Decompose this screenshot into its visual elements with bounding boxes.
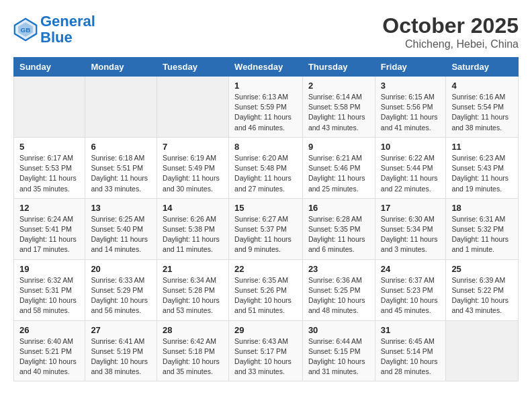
calendar-cell: 21Sunrise: 6:34 AMSunset: 5:28 PMDayligh… [157, 259, 229, 320]
day-info: Sunrise: 6:42 AMSunset: 5:18 PMDaylight:… [163, 336, 223, 377]
day-info: Sunrise: 6:41 AMSunset: 5:19 PMDaylight:… [91, 336, 151, 377]
day-info: Sunrise: 6:18 AMSunset: 5:51 PMDaylight:… [91, 153, 151, 194]
weekday-header-row: SundayMondayTuesdayWednesdayThursdayFrid… [14, 58, 519, 77]
calendar-cell: 6Sunrise: 6:18 AMSunset: 5:51 PMDaylight… [85, 137, 157, 198]
calendar-cell: 22Sunrise: 6:35 AMSunset: 5:26 PMDayligh… [229, 259, 303, 320]
day-number: 9 [308, 142, 369, 152]
day-info: Sunrise: 6:21 AMSunset: 5:46 PMDaylight:… [308, 153, 369, 194]
calendar-cell: 16Sunrise: 6:28 AMSunset: 5:35 PMDayligh… [302, 198, 375, 259]
calendar-title: October 2025 [382, 13, 519, 38]
day-number: 7 [163, 142, 223, 152]
day-info: Sunrise: 6:32 AMSunset: 5:31 PMDaylight:… [19, 275, 79, 316]
day-number: 23 [308, 264, 369, 274]
day-info: Sunrise: 6:30 AMSunset: 5:34 PMDaylight:… [381, 214, 441, 255]
weekday-header-saturday: Saturday [446, 58, 519, 77]
calendar-cell: 2Sunrise: 6:14 AMSunset: 5:58 PMDaylight… [302, 77, 375, 138]
day-info: Sunrise: 6:45 AMSunset: 5:14 PMDaylight:… [381, 336, 441, 377]
day-number: 3 [381, 81, 441, 91]
day-number: 25 [451, 264, 513, 274]
day-info: Sunrise: 6:36 AMSunset: 5:25 PMDaylight:… [308, 275, 369, 316]
day-number: 24 [381, 264, 441, 274]
day-info: Sunrise: 6:34 AMSunset: 5:28 PMDaylight:… [163, 275, 223, 316]
day-number: 29 [234, 325, 297, 335]
calendar-cell: 30Sunrise: 6:44 AMSunset: 5:15 PMDayligh… [302, 320, 375, 381]
day-info: Sunrise: 6:24 AMSunset: 5:41 PMDaylight:… [19, 214, 79, 255]
day-number: 6 [91, 142, 151, 152]
calendar-cell: 13Sunrise: 6:25 AMSunset: 5:40 PMDayligh… [85, 198, 157, 259]
calendar-cell: 11Sunrise: 6:23 AMSunset: 5:43 PMDayligh… [446, 137, 519, 198]
calendar-week-row: 26Sunrise: 6:40 AMSunset: 5:21 PMDayligh… [14, 320, 519, 381]
calendar-cell [14, 77, 85, 138]
day-info: Sunrise: 6:28 AMSunset: 5:35 PMDaylight:… [308, 214, 369, 255]
day-number: 18 [451, 203, 513, 213]
calendar-cell [446, 320, 519, 381]
calendar-cell [157, 77, 229, 138]
calendar-cell: 14Sunrise: 6:26 AMSunset: 5:38 PMDayligh… [157, 198, 229, 259]
calendar-cell: 28Sunrise: 6:42 AMSunset: 5:18 PMDayligh… [157, 320, 229, 381]
day-info: Sunrise: 6:14 AMSunset: 5:58 PMDaylight:… [308, 92, 369, 133]
calendar-cell: 25Sunrise: 6:39 AMSunset: 5:22 PMDayligh… [446, 259, 519, 320]
day-info: Sunrise: 6:17 AMSunset: 5:53 PMDaylight:… [19, 153, 79, 194]
calendar-cell: 15Sunrise: 6:27 AMSunset: 5:37 PMDayligh… [229, 198, 303, 259]
weekday-header-wednesday: Wednesday [229, 58, 303, 77]
day-number: 28 [163, 325, 223, 335]
day-number: 1 [234, 81, 297, 91]
day-number: 20 [91, 264, 151, 274]
day-number: 31 [381, 325, 441, 335]
day-info: Sunrise: 6:43 AMSunset: 5:17 PMDaylight:… [234, 336, 297, 377]
calendar-cell: 4Sunrise: 6:16 AMSunset: 5:54 PMDaylight… [446, 77, 519, 138]
day-number: 12 [19, 203, 79, 213]
day-number: 5 [19, 142, 79, 152]
calendar-subtitle: Chicheng, Hebei, China [382, 38, 519, 50]
day-number: 2 [308, 81, 369, 91]
calendar-cell [85, 77, 157, 138]
calendar-cell: 26Sunrise: 6:40 AMSunset: 5:21 PMDayligh… [14, 320, 85, 381]
calendar-cell: 7Sunrise: 6:19 AMSunset: 5:49 PMDaylight… [157, 137, 229, 198]
calendar-cell: 17Sunrise: 6:30 AMSunset: 5:34 PMDayligh… [375, 198, 446, 259]
calendar-week-row: 1Sunrise: 6:13 AMSunset: 5:59 PMDaylight… [14, 77, 519, 138]
day-number: 4 [451, 81, 513, 91]
logo-text: General Blue [40, 13, 95, 46]
calendar-cell: 29Sunrise: 6:43 AMSunset: 5:17 PMDayligh… [229, 320, 303, 381]
day-info: Sunrise: 6:37 AMSunset: 5:23 PMDaylight:… [381, 275, 441, 316]
day-info: Sunrise: 6:20 AMSunset: 5:48 PMDaylight:… [234, 153, 297, 194]
day-info: Sunrise: 6:33 AMSunset: 5:29 PMDaylight:… [91, 275, 151, 316]
calendar-cell: 9Sunrise: 6:21 AMSunset: 5:46 PMDaylight… [302, 137, 375, 198]
day-number: 15 [234, 203, 297, 213]
day-info: Sunrise: 6:27 AMSunset: 5:37 PMDaylight:… [234, 214, 297, 255]
day-number: 8 [234, 142, 297, 152]
weekday-header-monday: Monday [85, 58, 157, 77]
day-number: 19 [19, 264, 79, 274]
day-number: 14 [163, 203, 223, 213]
day-info: Sunrise: 6:26 AMSunset: 5:38 PMDaylight:… [163, 214, 223, 255]
calendar-cell: 23Sunrise: 6:36 AMSunset: 5:25 PMDayligh… [302, 259, 375, 320]
title-block: October 2025 Chicheng, Hebei, China [382, 13, 519, 50]
calendar-week-row: 19Sunrise: 6:32 AMSunset: 5:31 PMDayligh… [14, 259, 519, 320]
calendar-cell: 12Sunrise: 6:24 AMSunset: 5:41 PMDayligh… [14, 198, 85, 259]
day-number: 21 [163, 264, 223, 274]
day-number: 27 [91, 325, 151, 335]
day-info: Sunrise: 6:25 AMSunset: 5:40 PMDaylight:… [91, 214, 151, 255]
calendar-week-row: 5Sunrise: 6:17 AMSunset: 5:53 PMDaylight… [14, 137, 519, 198]
day-info: Sunrise: 6:19 AMSunset: 5:49 PMDaylight:… [163, 153, 223, 194]
logo-icon: GB [13, 17, 38, 42]
calendar-table: SundayMondayTuesdayWednesdayThursdayFrid… [13, 57, 519, 381]
day-info: Sunrise: 6:35 AMSunset: 5:26 PMDaylight:… [234, 275, 297, 316]
weekday-header-sunday: Sunday [14, 58, 85, 77]
day-number: 10 [381, 142, 441, 152]
day-number: 11 [451, 142, 513, 152]
day-number: 17 [381, 203, 441, 213]
weekday-header-thursday: Thursday [302, 58, 375, 77]
day-number: 22 [234, 264, 297, 274]
calendar-cell: 19Sunrise: 6:32 AMSunset: 5:31 PMDayligh… [14, 259, 85, 320]
calendar-cell: 5Sunrise: 6:17 AMSunset: 5:53 PMDaylight… [14, 137, 85, 198]
calendar-cell: 1Sunrise: 6:13 AMSunset: 5:59 PMDaylight… [229, 77, 303, 138]
day-number: 16 [308, 203, 369, 213]
calendar-cell: 20Sunrise: 6:33 AMSunset: 5:29 PMDayligh… [85, 259, 157, 320]
logo: GB General Blue [13, 13, 95, 46]
day-info: Sunrise: 6:13 AMSunset: 5:59 PMDaylight:… [234, 92, 297, 133]
calendar-week-row: 12Sunrise: 6:24 AMSunset: 5:41 PMDayligh… [14, 198, 519, 259]
day-info: Sunrise: 6:40 AMSunset: 5:21 PMDaylight:… [19, 336, 79, 377]
calendar-cell: 10Sunrise: 6:22 AMSunset: 5:44 PMDayligh… [375, 137, 446, 198]
page-header: GB General Blue October 2025 Chicheng, H… [13, 13, 519, 50]
